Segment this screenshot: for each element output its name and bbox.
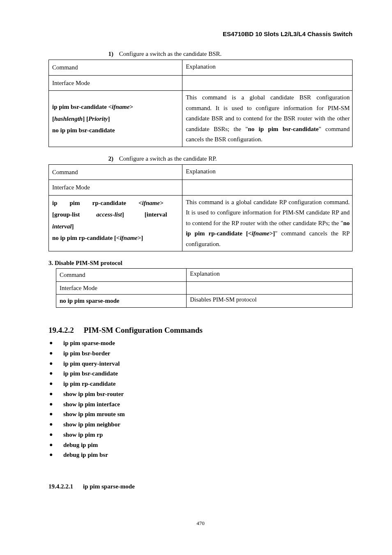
cmd-text: >] [138,235,143,241]
cmd-text: [group-list [52,211,80,218]
table2-explanation-cell: This command is a global candidate RP co… [182,195,353,251]
table-row: Command Explanation [49,164,353,180]
table1-h1: Command [49,60,182,76]
cmd-text: ip pim bsr-candidate < [52,104,112,110]
table1-h2: Explanation [182,60,353,76]
cmd-text: interval [52,223,72,230]
list-item: show ip pim interface [48,399,353,410]
cmd-text: < [138,200,142,206]
command-bullet-list: ip pim sparse-mode ip pim bsr-border ip … [48,338,353,460]
cmd-text: Priority [88,115,108,122]
table-row: Interface Mode [49,180,353,196]
table-row: Command Explanation [49,60,353,76]
page-header-title: ES4710BD 10 Slots L2/L3/L4 Chassis Switc… [48,30,353,38]
list-item: ip pim sparse-mode [48,338,353,348]
table3-r3c1: no ip pim sparse-mode [56,295,187,308]
table1-command-cell: ip pim bsr-candidate <ifname> [hashlengt… [49,91,182,147]
exp-text: >] [270,230,275,237]
list-item: ip pim bsr-candidate [48,368,353,379]
exp-text: no ip pim bsr-candidate [248,126,318,132]
list-item: show ip pim neighbor [48,419,353,430]
rp-candidate-table: Command Explanation Interface Mode ippim… [48,164,353,252]
heading-ip-pim-sparse-mode: 19.4.2.2.1ip pim sparse-mode [48,482,353,491]
table1-caption: 1) Configure a switch as the candidate B… [48,50,353,58]
exp-text: This command is a global candidate RP co… [186,199,350,226]
table3-r2c1: Interface Mode [56,281,187,295]
h2-title: PIM-SM Configuration Commands [84,326,203,334]
list-item: show ip pim mroute sm [48,409,353,419]
cmd-text: > [129,104,133,110]
table2-caption-num: 2) [106,154,113,163]
list-item: debug ip pim bsr [48,450,353,460]
cmd-text: ] [108,115,110,122]
table2-caption: 2) Configure a switch as the candidate R… [48,154,353,163]
cmd-text: > [160,200,164,206]
list-item: ip pim query-interval [48,359,353,369]
cmd-text: ip [52,200,58,206]
table2-command-cell: ippimrp-candidate<ifname> [group-listacc… [49,195,182,251]
table2-h1: Command [49,164,182,180]
table1-r2c2 [182,75,353,91]
cmd-text: hashlength [54,115,83,122]
table-row: Interface Mode [56,281,353,295]
exp-text: ifname [251,230,269,237]
table3-r2c2 [187,281,353,295]
table-row: no ip pim sparse-mode Disables PIM-SM pr… [56,295,353,308]
cmd-text: ifname [120,235,137,241]
heading-pim-sm-config-commands: 19.4.2.2PIM-SM Configuration Commands [48,325,353,336]
h3-num: 19.4.2.2.1 [48,483,73,490]
cmd-text: access-list [96,211,122,218]
cmd-text: ] [122,211,124,218]
table-row: Interface Mode [49,75,353,91]
cmd-text: ifname [112,104,129,110]
cmd-text: ] [ [83,115,88,122]
table-row: ippimrp-candidate<ifname> [group-listacc… [49,195,353,251]
table3-h1: Command [56,269,187,282]
list-item: show ip pim rp [48,430,353,440]
table-row: Command Explanation [56,269,353,282]
table2-r2c1: Interface Mode [49,180,182,196]
table3-h2: Explanation [187,269,353,282]
cmd-text: pim [70,200,80,206]
h3-title: ip pim sparse-mode [83,483,135,490]
list-item: ip pim bsr-border [48,348,353,359]
cmd-text: rp-candidate [92,200,127,206]
table2-r2c2 [182,180,353,196]
list-item: show ip pim bsr-router [48,389,353,399]
section3-label: 3. Disable PIM-SM protocol [48,259,353,267]
list-item: debug ip pim [48,440,353,450]
table2-h2: Explanation [182,164,353,180]
page-number: 470 [48,520,353,527]
table1-caption-text: Configure a switch as the candidate BSR. [119,51,222,57]
h2-num: 19.4.2.2 [48,326,74,334]
table1-caption-num: 1) [106,50,113,58]
cmd-text: no ip pim bsr-candidate [52,127,115,134]
disable-pim-sm-table: Command Explanation Interface Mode no ip… [56,268,353,308]
table2-caption-text: Configure a switch as the candidate RP. [119,155,217,162]
table-row: ip pim bsr-candidate <ifname> [hashlengt… [49,91,353,147]
cmd-text: [interval [145,211,167,218]
list-item: ip pim rp-candidate [48,379,353,389]
cmd-text: no ip pim rp-candidate [< [52,235,120,241]
bsr-candidate-table: Command Explanation Interface Mode ip pi… [48,60,353,147]
table1-explanation-cell: This command is a global candidate BSR c… [182,91,353,147]
table1-r2c1: Interface Mode [49,75,182,91]
cmd-text: ] [72,223,74,230]
cmd-text: ifname [142,200,160,206]
table3-r3c2: Disables PIM-SM protocol [187,295,353,308]
